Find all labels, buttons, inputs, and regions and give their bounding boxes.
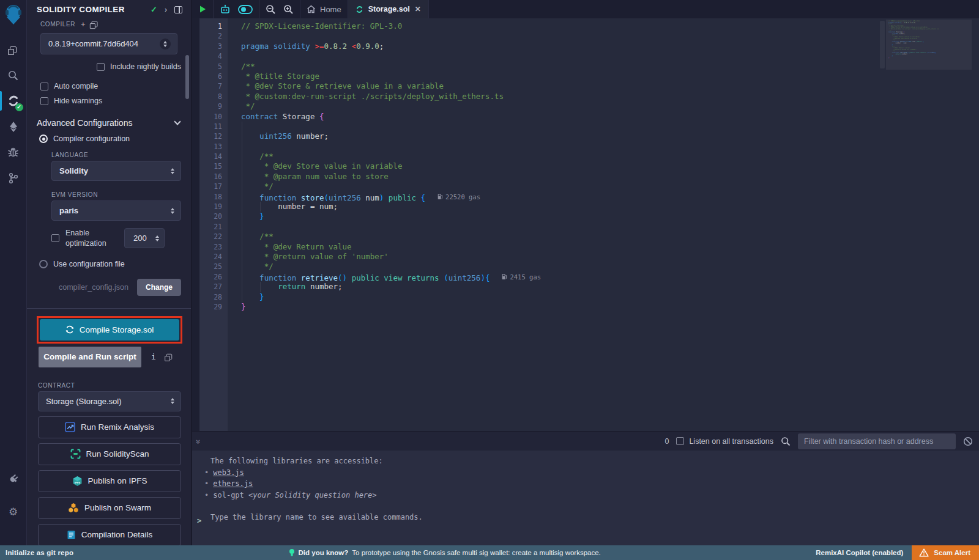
- code-line: }: [241, 302, 979, 312]
- code-line: * @dev Store & retrieve value in a varia…: [241, 81, 979, 91]
- auto-compile-checkbox[interactable]: [40, 83, 48, 90]
- run-solidityscan-button[interactable]: Run SolidityScan: [38, 443, 181, 465]
- clear-filter-ban-icon[interactable]: [963, 437, 973, 446]
- scam-alert-button[interactable]: Scam Alert: [912, 545, 979, 560]
- ai-robot-icon[interactable]: [220, 4, 231, 15]
- compile-success-icon: ✓: [151, 5, 157, 14]
- hide-warnings-checkbox[interactable]: [40, 97, 48, 105]
- code-line: function retrieve() public view returns …: [241, 272, 979, 282]
- remix-ide: ✓: [0, 0, 979, 560]
- lightbulb-icon: [289, 548, 295, 557]
- code-lines: // SPDX-License-Identifier: GPL-3.0pragm…: [228, 18, 979, 431]
- optimization-runs-input[interactable]: 200: [124, 228, 165, 248]
- compile-button[interactable]: Compile Storage.sol: [40, 319, 179, 341]
- line-number: 22: [199, 232, 228, 241]
- line-number: 6: [199, 72, 228, 81]
- web3-link[interactable]: web3.js: [213, 467, 244, 479]
- sidebar-item-settings[interactable]: ⚙: [0, 499, 27, 525]
- transaction-filter-input[interactable]: [798, 433, 956, 449]
- use-configuration-file-option[interactable]: Use configuration file: [27, 251, 191, 271]
- code-line: * @dev Return value: [241, 242, 979, 252]
- use-configuration-file-radio[interactable]: [39, 260, 48, 268]
- sidebar-item-plugin-manager[interactable]: [0, 465, 27, 490]
- copy-icon[interactable]: [166, 354, 172, 359]
- chevron-right-icon[interactable]: ›: [165, 6, 167, 14]
- zoom-out-icon[interactable]: [266, 4, 276, 15]
- compilation-details-button[interactable]: Compilation Details: [38, 524, 181, 545]
- include-nightly-checkbox[interactable]: [97, 63, 105, 71]
- listen-transactions-checkbox[interactable]: [676, 437, 684, 445]
- ethers-link[interactable]: ethers.js: [213, 478, 253, 490]
- publish-on-swarm-label: Publish on Swarm: [84, 503, 151, 512]
- compile-button-label: Compile Storage.sol: [80, 325, 154, 334]
- sidebar-item-file-explorer[interactable]: [0, 37, 27, 62]
- evm-version-label: EVM VERSION: [27, 183, 191, 201]
- compiler-configuration-radio[interactable]: [39, 134, 48, 143]
- code-line: /**: [241, 152, 979, 161]
- run-script-play-icon[interactable]: [198, 5, 207, 13]
- publish-on-swarm-button[interactable]: Publish on Swarm: [38, 497, 181, 519]
- line-number: 4: [199, 51, 228, 61]
- tab-storage-sol[interactable]: Storage.sol ✕: [348, 0, 429, 18]
- run-remix-analysis-button[interactable]: Run Remix Analysis: [38, 416, 181, 438]
- run-remix-analysis-label: Run Remix Analysis: [81, 422, 154, 432]
- sidebar-item-git[interactable]: [0, 165, 27, 191]
- tooltip-row: Compile and Run script i: [39, 347, 191, 367]
- code-line: uint256 number;: [241, 131, 979, 141]
- terminal-panel: » 0 Listen on all transactions: [192, 431, 979, 545]
- editor-scrollbar[interactable]: [880, 21, 885, 68]
- sidebar-item-deploy-and-run[interactable]: [0, 114, 27, 139]
- code-line: * @custom:dev-run-script ./scripts/deplo…: [241, 92, 979, 101]
- sidebar-item-search[interactable]: [0, 62, 27, 88]
- code-editor[interactable]: 1234567891011121314151617181920212223242…: [192, 18, 979, 431]
- evm-version-select[interactable]: paris: [51, 201, 181, 221]
- solidity-compiler-panel: SOLIDITY COMPILER ✓ › COMPILER + 0.8.19+…: [27, 0, 192, 545]
- line-number: 9: [199, 101, 228, 111]
- solidity-file-icon: [355, 6, 363, 13]
- line-number: 27: [199, 282, 228, 292]
- info-icon[interactable]: i: [151, 352, 156, 361]
- collapse-terminal-icon[interactable]: »: [194, 440, 203, 443]
- solidityscan-icon: [70, 449, 81, 459]
- compiler-configuration-label: Compiler configuration: [53, 134, 130, 143]
- remix-logo-icon[interactable]: [4, 4, 23, 26]
- change-config-button[interactable]: Change: [137, 279, 181, 296]
- panel-scrollbar[interactable]: [185, 55, 189, 99]
- terminal-prompt[interactable]: >: [197, 515, 201, 527]
- copilot-toggle-icon[interactable]: [238, 5, 253, 14]
- git-branch-icon: [8, 172, 19, 184]
- contract-select[interactable]: Storage (Storage.sol): [38, 391, 181, 411]
- add-compiler-icon[interactable]: +: [81, 20, 86, 28]
- chevron-down-icon: [174, 118, 181, 125]
- terminal-output[interactable]: The following libraries are accessible: …: [192, 451, 979, 545]
- home-tab[interactable]: Home: [300, 0, 348, 18]
- pin-panel-icon[interactable]: [174, 6, 182, 13]
- copilot-status[interactable]: RemixAI Copilot (enabled): [816, 549, 903, 556]
- code-line: [241, 31, 979, 41]
- compiler-version-value: 0.8.19+commit.7dd6d404: [48, 39, 138, 48]
- open-file-icon[interactable]: [91, 21, 97, 28]
- editor-content-area: Home Storage.sol ✕ 123456789101112131415…: [192, 0, 979, 545]
- line-number: 5: [199, 62, 228, 72]
- sidebar-item-solidity-compiler[interactable]: ✓: [0, 88, 27, 114]
- line-number: 15: [199, 161, 228, 171]
- terminal-search-icon: [781, 437, 791, 446]
- sidebar-item-debugger[interactable]: [0, 139, 27, 165]
- code-line: pragma solidity >=0.8.2 <0.9.0;: [241, 42, 979, 51]
- git-init-status[interactable]: Initialize as git repo: [0, 549, 73, 556]
- panel-header: SOLIDITY COMPILER ✓ ›: [27, 4, 191, 19]
- compiler-configuration-option[interactable]: Compiler configuration: [27, 131, 191, 146]
- compiler-version-select[interactable]: 0.8.19+commit.7dd6d404: [40, 33, 177, 54]
- nightly-builds-row: Include nightly builds: [27, 59, 191, 74]
- minimap[interactable]: // SPDX-License-Identifier: GPL-3.0pragm…: [886, 18, 972, 431]
- solgpt-hint: <your Solidity question here>: [248, 491, 377, 499]
- publish-on-ipfs-button[interactable]: IPFS Publish on IPFS: [38, 470, 181, 492]
- advanced-configurations-label: Advanced Configurations: [37, 118, 132, 128]
- advanced-configurations-toggle[interactable]: Advanced Configurations: [27, 108, 191, 131]
- enable-optimization-checkbox[interactable]: [51, 234, 59, 242]
- code-line: return number;: [241, 282, 979, 292]
- close-tab-icon[interactable]: ✕: [415, 5, 421, 13]
- language-label: LANGUAGE: [27, 146, 191, 161]
- language-select[interactable]: Solidity: [51, 161, 181, 181]
- zoom-in-icon[interactable]: [283, 4, 294, 15]
